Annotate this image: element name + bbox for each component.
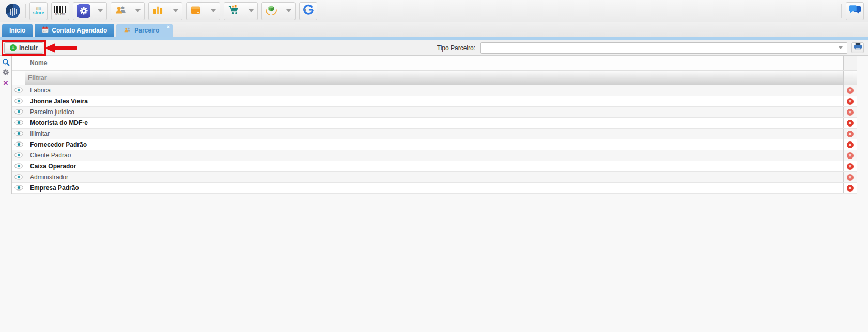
tab-label: Contato Agendado (52, 27, 107, 34)
eye-icon (14, 118, 23, 128)
tab-label: Parceiro (134, 27, 159, 34)
view-row-button[interactable] (12, 86, 25, 95)
delete-icon: ✕ (847, 174, 854, 181)
chat-button[interactable] (846, 2, 864, 20)
view-row-button[interactable] (12, 140, 25, 149)
row-name: Motorista do MDF-e (25, 119, 843, 127)
bar-chart-icon (152, 5, 163, 17)
sync-icon (303, 4, 314, 18)
table-row[interactable]: Motorista do MDF-e✕ (12, 118, 857, 129)
view-row-button[interactable] (12, 183, 25, 193)
sales-menu-button[interactable] (224, 2, 258, 20)
delete-row-button[interactable]: ✕ (843, 183, 857, 193)
clear-filter-icon[interactable]: ✕ (2, 78, 10, 87)
view-row-button[interactable] (12, 151, 25, 160)
delete-icon: ✕ (847, 163, 854, 170)
plus-icon: + (10, 44, 17, 51)
row-name: Caixa Operador (25, 163, 843, 170)
tipo-parceiro-select[interactable] (481, 42, 847, 54)
delete-row-button[interactable]: ✕ (843, 129, 857, 139)
reports-menu-button[interactable] (148, 2, 182, 20)
table-row[interactable]: Parceiro juridico✕ (12, 107, 857, 118)
illi-store-button[interactable]: illi store (29, 2, 48, 20)
eye-icon (14, 172, 23, 182)
table-row[interactable]: Jhonne Jales Vieira✕ (12, 96, 857, 107)
eye-icon (14, 86, 23, 95)
delete-row-button[interactable]: ✕ (843, 161, 857, 171)
chevron-down-icon (286, 9, 291, 12)
eye-icon (14, 151, 23, 160)
delete-row-button[interactable]: ✕ (843, 118, 857, 128)
box-icon (190, 5, 201, 17)
toolbar-separator (25, 4, 26, 18)
delete-row-button[interactable]: ✕ (843, 96, 857, 106)
partners-grid: Nome Filtrar Fabrica✕Jhonne Jales Vieira… (11, 56, 857, 194)
row-name: Cliente Padrão (25, 152, 843, 159)
boleto-button[interactable]: BOLETO (51, 2, 69, 20)
chevron-down-icon (249, 9, 254, 12)
hands-cube-icon (266, 5, 277, 18)
partners-menu-button[interactable] (111, 2, 145, 20)
delete-row-button[interactable]: ✕ (843, 107, 857, 117)
row-name: Administrador (25, 173, 843, 181)
delete-row-button[interactable]: ✕ (843, 150, 857, 161)
print-button[interactable] (851, 42, 864, 53)
tab-label: Inicio (9, 27, 25, 34)
column-header-nome[interactable]: Nome (25, 56, 843, 70)
grid-header-row: Nome (12, 56, 857, 71)
grid-filter-row: Filtrar (12, 71, 857, 85)
table-row[interactable]: Empresa Padrão✕ (12, 183, 857, 194)
chevron-down-icon (135, 9, 141, 12)
row-name: Parceiro juridico (25, 108, 843, 116)
delete-icon: ✕ (847, 152, 854, 159)
filter-band[interactable]: Filtrar (25, 71, 843, 85)
tab-parceiro[interactable]: Parceiro × (116, 24, 173, 37)
delete-row-button[interactable]: ✕ (843, 85, 857, 96)
stock-menu-button[interactable] (261, 2, 296, 20)
table-row[interactable]: Caixa Operador✕ (12, 161, 857, 172)
view-row-button[interactable] (12, 162, 25, 171)
eye-icon (14, 97, 23, 106)
close-icon[interactable]: × (167, 24, 170, 30)
chevron-down-icon (839, 46, 843, 49)
delete-row-button[interactable]: ✕ (843, 172, 857, 182)
eye-icon (14, 183, 23, 193)
view-row-button[interactable] (12, 172, 25, 182)
products-menu-button[interactable] (186, 2, 220, 20)
grid-side-toolbar: ✕ (0, 56, 11, 87)
view-row-button[interactable] (12, 107, 25, 117)
action-bar: + Incluir Tipo Parceiro: (0, 40, 868, 55)
delete-icon: ✕ (847, 109, 854, 116)
view-row-button[interactable] (12, 118, 25, 128)
toolbar-separator (841, 4, 842, 18)
cart-icon (228, 5, 239, 17)
delete-row-button[interactable]: ✕ (843, 139, 857, 150)
tab-bar: Inicio Contato Agendado (0, 22, 868, 37)
view-row-button[interactable] (12, 129, 25, 138)
search-icon[interactable] (2, 58, 10, 66)
table-row[interactable]: Illimitar✕ (12, 129, 857, 139)
delete-icon: ✕ (847, 141, 854, 148)
chevron-down-icon (211, 9, 216, 12)
row-name: Jhonne Jales Vieira (25, 98, 843, 105)
table-row[interactable]: Administrador✕ (12, 172, 857, 183)
row-name: Empresa Padrão (25, 184, 843, 192)
delete-icon: ✕ (847, 98, 854, 105)
delete-icon: ✕ (847, 185, 854, 192)
tab-contato-agendado[interactable]: Contato Agendado (35, 24, 114, 37)
chat-icon (849, 5, 861, 18)
view-row-button[interactable] (12, 97, 25, 106)
settings-menu-button[interactable] (73, 2, 107, 20)
tab-inicio[interactable]: Inicio (2, 24, 33, 37)
sync-button[interactable] (299, 2, 317, 20)
row-name: Fornecedor Padrão (25, 141, 843, 148)
calendar-icon (42, 26, 49, 35)
table-row[interactable]: Fornecedor Padrão✕ (12, 139, 857, 150)
incluir-button[interactable]: + Incluir (4, 42, 43, 54)
printer-icon (854, 43, 862, 53)
table-row[interactable]: Cliente Padrão✕ (12, 150, 857, 161)
grid-settings-gear-icon[interactable] (2, 68, 10, 76)
table-row[interactable]: Fabrica✕ (12, 85, 857, 96)
tipo-parceiro-label: Tipo Parceiro: (437, 44, 475, 52)
people-icon (123, 27, 131, 35)
